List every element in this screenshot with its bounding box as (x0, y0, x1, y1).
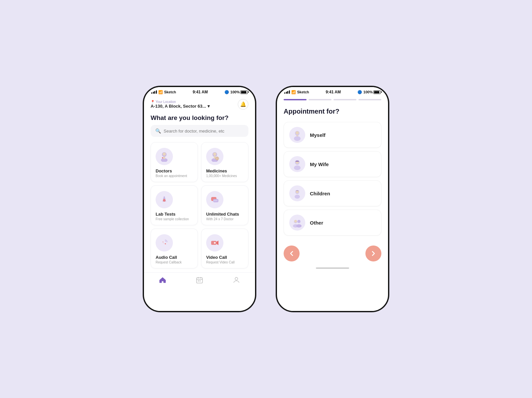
grid-item-audio-call[interactable]: Audio Call Request Callback (151, 229, 198, 268)
time-left: 9:41 AM (193, 90, 208, 94)
back-button[interactable] (284, 246, 300, 261)
svg-point-15 (163, 199, 166, 202)
lab-tests-subtitle: Free sample collection (156, 217, 193, 221)
bluetooth-icon-right: 🔵 (357, 90, 362, 94)
right-phone: 📶 Sketch 9:41 AM 🔵 100% Appointment for? (276, 86, 389, 312)
svg-point-45 (295, 195, 300, 199)
progress-step-4 (358, 99, 381, 100)
lab-tests-icon (156, 191, 173, 208)
wifi-icon: 📶 (158, 90, 163, 94)
doctors-icon (156, 148, 173, 165)
option-myself[interactable]: Myself (284, 122, 381, 148)
svg-point-47 (294, 220, 297, 223)
medicines-subtitle: 1,00,000+ Medicines (206, 174, 243, 178)
svg-rect-16 (164, 196, 165, 199)
nav-calendar-icon[interactable] (196, 276, 203, 286)
myself-label: Myself (310, 132, 326, 138)
network-name-left: Sketch (164, 90, 176, 94)
myself-avatar (289, 127, 305, 143)
notification-bell-icon[interactable]: 🔔 (238, 99, 248, 110)
other-avatar (289, 215, 305, 231)
appointment-title: Appointment for? (277, 106, 388, 122)
svg-marker-25 (216, 241, 218, 245)
grid-item-medicines[interactable]: Medicines 1,00,000+ Medicines (201, 142, 248, 182)
address-text: A-130, A Block, Sector 63... ▾ (151, 104, 210, 109)
svg-rect-34 (200, 280, 200, 281)
svg-point-35 (235, 277, 238, 280)
medicines-title: Medicines (206, 168, 243, 173)
svg-rect-29 (197, 278, 202, 283)
svg-point-2 (163, 152, 166, 156)
video-call-subtitle: Request Video Call (206, 260, 243, 264)
chevron-down-icon: ▾ (207, 104, 210, 109)
audio-call-icon (156, 234, 173, 251)
status-bar-right: 📶 Sketch 9:41 AM 🔵 100% (277, 87, 388, 96)
video-call-title: Video Call (206, 255, 243, 260)
bottom-nav (144, 272, 255, 291)
svg-point-49 (298, 220, 300, 223)
search-bar[interactable]: 🔍 (151, 125, 248, 137)
grid-item-lab-tests[interactable]: Lab Tests Free sample collection (151, 185, 198, 225)
medicines-icon (206, 148, 223, 165)
option-children[interactable]: Children (284, 180, 381, 206)
left-phone: 📶 Sketch 9:41 AM 🔵 100% 📍 Your Location … (143, 86, 256, 312)
doctors-title: Doctors (156, 168, 193, 173)
grid-item-chats[interactable]: Unlimited Chats With 24 x 7 Doctor (201, 185, 248, 225)
svg-point-20 (214, 200, 214, 201)
other-label: Other (310, 220, 323, 226)
wife-label: My Wife (310, 161, 329, 167)
progress-step-1 (284, 99, 307, 100)
home-indicator (316, 267, 349, 269)
location-pin-icon: 📍 (151, 100, 155, 104)
wife-avatar (289, 156, 305, 172)
audio-call-subtitle: Request Callback (156, 260, 193, 264)
location-bar: 📍 Your Location A-130, A Block, Sector 6… (144, 96, 255, 112)
bluetooth-icon: 🔵 (224, 90, 229, 94)
svg-rect-3 (163, 156, 165, 159)
grid-item-video-call[interactable]: Video Call Request Video Call (201, 229, 248, 268)
svg-rect-33 (198, 280, 199, 281)
search-input[interactable] (164, 129, 244, 134)
status-bar-left: 📶 Sketch 9:41 AM 🔵 100% (144, 87, 255, 96)
doctors-subtitle: Book an appointment (156, 174, 193, 178)
children-label: Children (310, 191, 330, 196)
svg-point-51 (296, 224, 302, 228)
chats-icon (206, 191, 223, 208)
children-avatar (289, 185, 305, 201)
signal-icon (151, 90, 157, 94)
page-title-left: What are you looking for? (144, 112, 255, 125)
svg-rect-42 (296, 160, 299, 162)
signal-icon-right (284, 90, 290, 94)
progress-bar (277, 96, 388, 106)
grid-item-doctors[interactable]: Doctors Book an appointment (151, 142, 198, 182)
wifi-icon-right: 📶 (291, 90, 296, 94)
svg-point-41 (294, 165, 301, 170)
nav-profile-icon[interactable] (232, 276, 240, 286)
svg-point-38 (294, 136, 301, 141)
audio-call-title: Audio Call (156, 255, 193, 260)
svg-point-21 (215, 200, 216, 201)
svg-point-9 (213, 152, 216, 156)
your-location-label: 📍 Your Location (151, 100, 210, 104)
lab-tests-title: Lab Tests (156, 212, 193, 217)
service-grid: Doctors Book an appointment Medicines 1,… (144, 142, 255, 268)
progress-step-3 (333, 99, 356, 100)
next-button[interactable] (365, 246, 381, 261)
time-right: 9:41 AM (326, 90, 341, 94)
svg-point-22 (216, 200, 217, 201)
navigation-buttons (277, 236, 388, 265)
nav-home-icon[interactable] (159, 276, 167, 286)
option-my-wife[interactable]: My Wife (284, 151, 381, 177)
option-other[interactable]: Other (284, 210, 381, 236)
network-name-right: Sketch (297, 90, 309, 94)
battery-left: 100% (230, 90, 248, 94)
progress-step-2 (309, 99, 332, 100)
video-call-icon (206, 234, 223, 251)
search-icon: 🔍 (155, 128, 161, 134)
chats-subtitle: With 24 x 7 Doctor (206, 217, 243, 221)
battery-right: 100% (363, 90, 381, 94)
svg-point-37 (296, 131, 299, 135)
chats-title: Unlimited Chats (206, 212, 243, 217)
appointment-options: Myself My Wife (277, 122, 388, 236)
